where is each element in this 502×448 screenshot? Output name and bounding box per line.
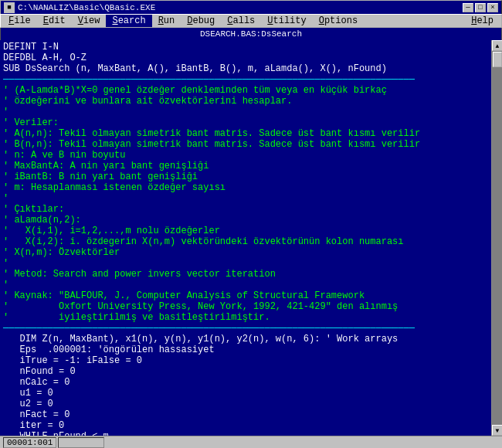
app-icon[interactable]: ■ (4, 2, 15, 13)
menu-bar: File Edit View Search Run Debug Calls Ut… (0, 14, 502, 28)
menu-search[interactable]: Search (106, 15, 151, 27)
editor-area[interactable]: DEFINT I-N DEFDBL A-H, O-Z SUB DsSearch … (0, 40, 502, 436)
window-title: C:\NANALIZ\Basic\QBasic.EXE (18, 3, 155, 12)
menu-edit[interactable]: Edit (37, 15, 72, 27)
menu-utility[interactable]: Utility (261, 15, 312, 27)
menu-help[interactable]: Help (465, 15, 500, 27)
title-bar: ■ C:\NANALIZ\Basic\QBasic.EXE ─ □ × (0, 0, 502, 14)
scroll-up-button[interactable]: ▲ (492, 40, 502, 51)
document-title: DSEARCH.BAS:DsSearch (200, 29, 302, 39)
status-bar: 00001:001 (0, 436, 502, 448)
minimize-button[interactable]: ─ (463, 3, 473, 12)
menu-view[interactable]: View (72, 15, 107, 27)
scroll-down-button[interactable]: ▼ (492, 425, 502, 436)
document-title-bar: DSEARCH.BAS:DsSearch (0, 28, 502, 40)
maximize-button[interactable]: □ (475, 3, 486, 12)
editor-wrapper: DEFINT I-N DEFDBL A-H, O-Z SUB DsSearch … (0, 40, 502, 436)
menu-options[interactable]: Options (313, 15, 364, 27)
status-extra (58, 437, 104, 448)
code-content: DEFINT I-N DEFDBL A-H, O-Z SUB DsSearch … (3, 42, 488, 436)
menu-debug[interactable]: Debug (181, 15, 221, 27)
title-bar-left: ■ C:\NANALIZ\Basic\QBasic.EXE (4, 2, 155, 13)
menu-file[interactable]: File (2, 15, 37, 27)
scrollbar-vertical[interactable]: ▲ ▼ (491, 40, 502, 436)
scroll-thumb[interactable] (493, 52, 502, 67)
window-controls: ─ □ × (463, 3, 498, 12)
cursor-position: 00001:001 (3, 437, 56, 448)
menu-calls[interactable]: Calls (221, 15, 261, 27)
menu-run[interactable]: Run (152, 15, 181, 27)
close-button[interactable]: × (487, 3, 498, 12)
